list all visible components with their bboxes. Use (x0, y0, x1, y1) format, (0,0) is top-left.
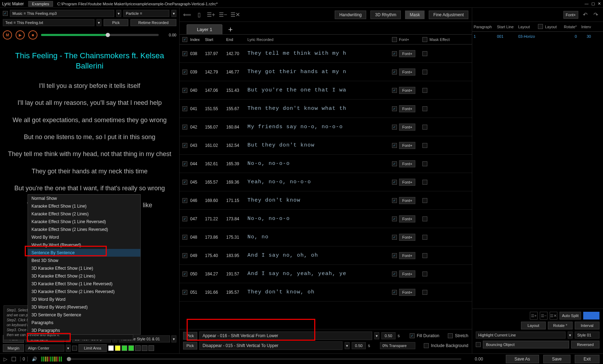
mask-all-checkbox[interactable] (422, 37, 427, 42)
lyric-row[interactable]: 040147.06151.43But you're the one that I… (180, 81, 472, 100)
row-lyric[interactable]: But you're the one that I wa (247, 87, 390, 93)
col-index[interactable]: Index (190, 37, 205, 42)
menu-item[interactable]: 3D Karaoke Effect Show (1 Line) (28, 264, 140, 272)
speaker-icon[interactable]: 🔊 (32, 357, 37, 362)
bookmark-icon[interactable]: ▯ (195, 11, 203, 19)
select-all-checkbox[interactable] (182, 37, 187, 42)
row-end[interactable]: 162.54 (226, 143, 247, 148)
row-checkbox[interactable] (182, 271, 187, 276)
auto-split-button[interactable]: Auto Split (560, 312, 581, 320)
marker-button[interactable]: M (3, 30, 12, 40)
row-start[interactable]: 151.55 (205, 106, 226, 111)
row-start[interactable]: 156.07 (205, 125, 226, 130)
highlight-field[interactable]: Highlight Current Line (476, 332, 566, 339)
row-end[interactable]: 171.15 (226, 198, 247, 203)
row-checkbox[interactable] (182, 125, 187, 130)
row-lyric[interactable]: Yeah, no-o, no-o-o (247, 179, 390, 185)
rotate-button[interactable]: Rotate ° (548, 322, 573, 329)
status-play-icon[interactable]: ▷ (4, 356, 7, 362)
row-font-button[interactable]: Font+ (399, 179, 415, 186)
row-font-checkbox[interactable] (392, 51, 397, 56)
row-font-button[interactable]: Font+ (399, 68, 415, 76)
row-start[interactable]: 165.57 (205, 180, 226, 185)
col-interval[interactable]: Interv (578, 25, 592, 29)
retime-recorded-button[interactable]: Retime Recorded (130, 19, 176, 26)
row-font-button[interactable]: Font+ (399, 270, 415, 278)
col-mask[interactable]: Mask Effect (429, 37, 472, 42)
remove-list-icon[interactable]: ☰− (219, 11, 227, 19)
lyric-row[interactable]: 044162.61165.39No-o, no-o-oFont+ (180, 155, 472, 173)
align-dropdown-icon[interactable]: ▾ (66, 345, 71, 352)
row-lyric[interactable]: And I say no, yeah, yeah, ye (247, 271, 390, 277)
row-lyric[interactable]: No, no (247, 234, 390, 240)
stretch-checkbox[interactable] (448, 333, 453, 338)
row-lyric[interactable]: They don't know, oh (247, 289, 390, 295)
row-start[interactable]: 191.66 (205, 290, 226, 295)
row-font-checkbox[interactable] (392, 216, 397, 221)
row-font-checkbox[interactable] (392, 161, 397, 166)
undo-icon[interactable]: ↶ (581, 11, 589, 19)
row-font-button[interactable]: Font+ (399, 252, 415, 259)
row-start[interactable]: 161.02 (205, 143, 226, 148)
pick-button[interactable]: Pick (104, 19, 128, 26)
interval-button[interactable]: Interval (575, 322, 599, 329)
row-end[interactable]: 151.43 (226, 88, 247, 93)
row-start[interactable]: 142.79 (205, 70, 226, 74)
row-end[interactable]: 183.95 (226, 253, 247, 258)
col-layout[interactable]: Layout (517, 25, 537, 29)
menu-item[interactable]: 3D Sentence By Sentence (28, 311, 140, 319)
limit-area-button[interactable]: Limit Area (78, 344, 107, 352)
menu-item[interactable]: Karaoke Effect Show (1 Line Reversed) (28, 218, 140, 226)
row-font-checkbox[interactable] (392, 106, 397, 111)
row-lyric[interactable]: They got their hands at my n (247, 69, 390, 75)
add-layer-icon[interactable]: + (225, 25, 235, 34)
font-all-checkbox[interactable] (392, 37, 397, 42)
col-rotate[interactable]: Rotate° (561, 25, 578, 29)
music-checkbox[interactable] (3, 11, 8, 16)
row-font-checkbox[interactable] (392, 253, 397, 258)
row-lyric[interactable]: They don't know (247, 197, 390, 203)
row-checkbox[interactable] (182, 143, 187, 148)
progress-slider[interactable] (41, 34, 159, 36)
row-font-button[interactable]: Font+ (399, 160, 415, 167)
row-mask-checkbox[interactable] (422, 253, 427, 258)
menu-item[interactable]: 3D Karaoke Effect Show (1 Line Reversed) (28, 280, 140, 288)
back-icon[interactable]: ⟸ (183, 11, 191, 19)
row-end[interactable]: 169.36 (226, 180, 247, 185)
disappear-pick-button[interactable]: Pick (183, 342, 197, 350)
row-end[interactable]: 142.70 (226, 51, 247, 56)
particle-dropdown-icon[interactable]: ▾ (171, 10, 176, 17)
color-swatch[interactable] (148, 345, 154, 351)
menu-item[interactable]: Sentence By Sentence (28, 249, 140, 257)
color-swatch[interactable] (128, 345, 134, 351)
redo-icon[interactable]: ↷ (592, 11, 599, 19)
row-end[interactable]: 165.39 (226, 161, 247, 166)
particle-field[interactable]: Particle = (123, 10, 169, 17)
row-font-checkbox[interactable] (392, 88, 397, 93)
color-block[interactable] (583, 312, 599, 320)
col-paragraph[interactable]: Paragraph (472, 25, 496, 29)
music-dropdown-icon[interactable]: ▾ (116, 10, 121, 17)
clear-list-icon[interactable]: ☰✕ (231, 11, 239, 19)
row-mask-checkbox[interactable] (422, 51, 427, 56)
menu-item[interactable]: 3D Word By Word (28, 296, 140, 303)
status-stop-icon[interactable] (12, 357, 16, 361)
row-mask-checkbox[interactable] (422, 106, 427, 111)
save-as-button[interactable]: Save As (506, 355, 539, 363)
menu-item[interactable]: 3D Paragraphs (28, 327, 140, 334)
row-start[interactable]: 184.27 (205, 271, 226, 276)
layer-tab[interactable]: Layer 1 (187, 24, 222, 34)
menu-item[interactable]: Paragraphs (28, 319, 140, 327)
col-lyric[interactable]: Lyric Recorded (247, 37, 390, 42)
appear-dropdown-icon[interactable]: ▾ (374, 332, 379, 339)
menu-item[interactable]: Word By Word (28, 233, 140, 241)
row-mask-checkbox[interactable] (422, 198, 427, 203)
col-layout2[interactable]: Layout (544, 25, 561, 29)
row-end[interactable]: 195.57 (226, 290, 247, 295)
color-swatch[interactable] (108, 345, 114, 351)
row-checkbox[interactable] (182, 216, 187, 221)
menu-item[interactable]: Best 3D Show (28, 257, 140, 264)
lyric-row[interactable]: 045165.57169.36Yeah, no-o, no-o-oFont+ (180, 173, 472, 191)
row-start[interactable]: 147.06 (205, 88, 226, 93)
row-end[interactable]: 146.77 (226, 70, 247, 74)
